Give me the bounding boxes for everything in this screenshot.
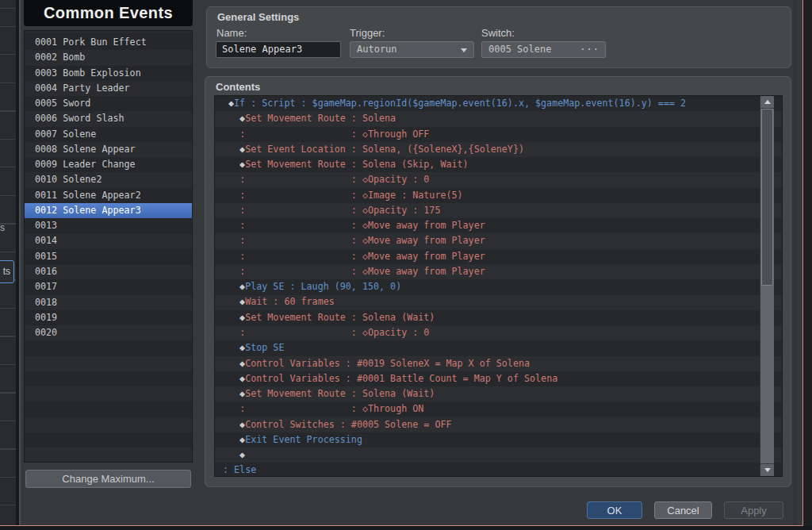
event-list-item[interactable]: 0020: [25, 325, 192, 340]
command-text: : : ◇Move away from Player: [239, 235, 485, 246]
event-list-item[interactable]: 0005 Sword: [25, 96, 192, 111]
command-list[interactable]: ◆If : Script : $gameMap.regionId($gameMa…: [214, 95, 783, 477]
trigger-value: Autorun: [357, 44, 397, 55]
command-text: : : ◇Through OFF: [239, 129, 429, 140]
command-line[interactable]: : : ◇Opacity : 175: [215, 203, 782, 218]
command-diamond-icon: ◆: [223, 419, 245, 430]
command-line[interactable]: : : ◇Move away from Player: [215, 218, 782, 233]
command-line[interactable]: : : ◇Move away from Player: [215, 249, 782, 264]
command-line[interactable]: : : ◇Opacity : 0: [215, 172, 782, 187]
command-diamond-icon: [223, 129, 239, 140]
command-line[interactable]: : : ◇Move away from Player: [215, 233, 782, 248]
event-list-item[interactable]: 0006 Sword Slash: [25, 111, 192, 126]
event-list-item[interactable]: 0001 Pork Bun Effect: [25, 35, 192, 50]
scroll-down-button[interactable]: [760, 463, 774, 476]
command-diamond-icon: [223, 220, 239, 231]
command-diamond-icon: ◆: [223, 342, 245, 353]
command-diamond-icon: ◆: [223, 373, 245, 384]
event-list-item[interactable]: 0004 Party Leader: [25, 81, 192, 96]
command-text: Control Switches : #0005 Solene = OFF: [245, 419, 451, 430]
scrollbar-thumb[interactable]: [761, 109, 773, 286]
command-line[interactable]: : : ◇Move away from Player: [215, 264, 782, 279]
command-line[interactable]: ◆If : Script : $gameMap.regionId($gameMa…: [215, 96, 782, 111]
change-maximum-label: Change Maximum...: [62, 473, 154, 485]
event-list-item-label: 0017: [35, 281, 57, 292]
command-line[interactable]: ◆Play SE : Laugh (90, 150, 0): [215, 279, 782, 294]
event-list-item[interactable]: 0008 Solene Appear: [25, 142, 192, 157]
command-text: : : ◇Opacity : 0: [239, 327, 429, 338]
command-line[interactable]: ◆Wait : 60 frames: [215, 294, 782, 309]
event-list-item[interactable]: 0003 Bomb Explosion: [25, 66, 192, 81]
event-list-item[interactable]: 0009 Leader Change: [25, 157, 192, 172]
change-maximum-button[interactable]: Change Maximum...: [25, 470, 191, 488]
command-diamond-icon: [223, 266, 239, 277]
command-diamond-icon: ◆: [223, 113, 245, 124]
apply-button[interactable]: Apply: [724, 501, 783, 519]
event-list-item[interactable]: 0015: [25, 249, 192, 264]
command-line[interactable]: : : ◇Opacity : 0: [215, 325, 782, 340]
event-list-item-label: 0007 Solene: [35, 129, 96, 140]
command-line[interactable]: : : ◇Through ON: [215, 401, 782, 417]
dialog-left-highlight: [19, 0, 21, 525]
command-diamond-icon: ◆: [223, 312, 245, 323]
event-list-box: 0001 Pork Bun Effect 0002 Bomb 0003 Bomb…: [24, 30, 193, 463]
trigger-select[interactable]: Autorun: [350, 41, 474, 58]
event-list-item[interactable]: 0012 Solene Appear3: [25, 203, 192, 218]
event-list-item[interactable]: 0002 Bomb: [25, 50, 192, 65]
command-diamond-icon: ◆: [223, 281, 245, 292]
switch-field[interactable]: 0005 Solene ···: [481, 41, 606, 58]
command-line[interactable]: : : ◇Image : Nature(5): [215, 188, 782, 203]
command-text: Set Movement Route : Solena (Skip, Wait): [245, 159, 468, 170]
event-list-item[interactable]: 0007 Solene: [25, 127, 192, 142]
ok-button[interactable]: OK: [587, 501, 642, 519]
event-list-item-label: 0013: [35, 220, 57, 231]
scroll-up-button[interactable]: [760, 96, 774, 109]
name-input[interactable]: Solene Appear3: [216, 41, 341, 58]
event-list-item[interactable]: 0011 Solene Appear2: [25, 188, 192, 203]
command-text: : : ◇Move away from Player: [239, 266, 485, 277]
event-list-item[interactable]: 0018: [25, 295, 192, 310]
command-line[interactable]: ◆Set Movement Route : Solena (Wait): [215, 310, 782, 325]
event-list-item[interactable]: 0016: [25, 264, 192, 279]
event-list-item-label: 0004 Party Leader: [35, 83, 130, 94]
command-diamond-icon: ◆: [223, 449, 245, 460]
background-selected-tab[interactable]: ts: [0, 260, 14, 283]
event-list-item-label: 0008 Solene Appear: [35, 144, 136, 155]
cancel-button[interactable]: Cancel: [654, 501, 712, 519]
event-list-item-label: 0011 Solene Appear2: [35, 190, 141, 201]
command-diamond-icon: [223, 190, 239, 201]
command-line[interactable]: ◆Set Movement Route : Solena (Wait): [215, 386, 782, 401]
triangle-up-icon: [764, 100, 771, 104]
command-line[interactable]: : : ◇Through OFF: [215, 127, 782, 142]
common-events-dialog: s ts Common Events 0001 Pork Bun Effect …: [0, 0, 812, 530]
command-line[interactable]: ◆Control Variables : #0001 Battle Count …: [215, 371, 782, 386]
command-line[interactable]: : Else: [215, 463, 782, 477]
command-line[interactable]: ◆Set Event Location : Solena, ({SoleneX}…: [215, 142, 782, 157]
event-list-item-label: 0018: [35, 297, 57, 308]
switch-label: Switch:: [481, 27, 515, 39]
command-line[interactable]: ◆: [215, 447, 782, 463]
name-value: Solene Appear3: [222, 44, 302, 55]
command-line[interactable]: ◆Set Movement Route : Solena (Skip, Wait…: [215, 157, 782, 172]
command-diamond-icon: ◆: [223, 159, 245, 170]
ok-label: OK: [607, 505, 622, 517]
event-list-item[interactable]: 0013: [25, 218, 192, 233]
command-diamond-icon: [223, 235, 239, 246]
browse-ellipsis-button[interactable]: ···: [580, 42, 599, 57]
command-line[interactable]: ◆Control Variables : #0019 SoleneX = Map…: [215, 356, 782, 371]
command-line[interactable]: ◆Control Switches : #0005 Solene = OFF: [215, 417, 782, 432]
contents-title: Contents: [216, 81, 260, 93]
command-line[interactable]: ◆Set Movement Route : Solena: [215, 111, 782, 126]
command-diamond-icon: ◆: [223, 358, 245, 369]
event-list-item[interactable]: 0017: [25, 279, 192, 294]
contents-groupbox: Contents ◆If : Script : $gameMap.regionI…: [205, 76, 791, 487]
command-text: Play SE : Laugh (90, 150, 0): [245, 281, 401, 292]
event-list: 0001 Pork Bun Effect 0002 Bomb 0003 Bomb…: [25, 35, 192, 340]
command-line[interactable]: ◆Stop SE: [215, 340, 782, 355]
event-list-item[interactable]: 0014: [25, 233, 192, 248]
event-list-item[interactable]: 0019: [25, 310, 192, 325]
contents-scrollbar[interactable]: [760, 96, 774, 476]
command-line[interactable]: ◆Exit Event Processing: [215, 432, 782, 447]
command-diamond-icon: ◆: [223, 296, 245, 307]
event-list-item[interactable]: 0010 Solene2: [25, 172, 192, 187]
